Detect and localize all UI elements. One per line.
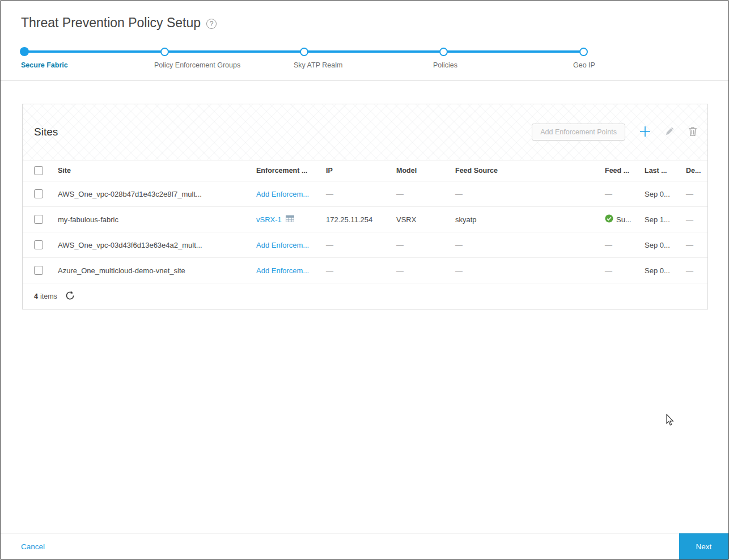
- col-ip[interactable]: IP: [320, 167, 391, 175]
- table-row: AWS_One_vpc-03d43f6d13e63e4a2_mult... Ad…: [23, 232, 707, 258]
- edit-icon: [665, 126, 675, 138]
- refresh-icon: [65, 291, 75, 302]
- refresh-button[interactable]: [65, 291, 75, 302]
- site-name: my-fabulous-fabric: [52, 215, 251, 224]
- last-updated-cell: Sep 0...: [639, 266, 680, 275]
- feed-source-cell: —: [450, 190, 599, 198]
- table-row: AWS_One_vpc-028b47d1e43c2e8f7_mult... Ad…: [23, 181, 707, 207]
- add-enforcement-points-button[interactable]: Add Enforcement Points: [532, 124, 625, 141]
- page-header: Threat Prevention Policy Setup ?: [21, 15, 217, 31]
- table-header-row: Site Enforcement ... IP Model Feed Sourc…: [23, 160, 707, 181]
- step-dot-filled: [20, 47, 29, 56]
- last-updated-cell: Sep 1...: [639, 215, 680, 224]
- table-footer: 4items: [23, 283, 707, 309]
- col-model[interactable]: Model: [391, 167, 450, 175]
- row-checkbox[interactable]: [34, 240, 43, 249]
- feed-source-cell: —: [450, 241, 599, 249]
- description-cell: —: [680, 241, 707, 249]
- ip-cell: —: [320, 266, 391, 275]
- model-cell: —: [391, 241, 450, 249]
- header-divider: [1, 80, 728, 81]
- edit-site-button[interactable]: [665, 126, 675, 138]
- last-updated-cell: Sep 0...: [639, 241, 680, 249]
- sites-panel-header: Sites Add Enforcement Points: [23, 104, 707, 160]
- site-name: AWS_One_vpc-028b47d1e43c2e8f7_mult...: [52, 190, 251, 198]
- add-enforcement-link[interactable]: Add Enforcem...: [256, 241, 309, 249]
- sites-toolbar: Add Enforcement Points: [532, 124, 697, 141]
- feed-status-cell: —: [599, 241, 639, 249]
- site-name: AWS_One_vpc-03d43f6d13e63e4a2_mult...: [52, 241, 251, 249]
- feed-status-cell: —: [599, 190, 639, 198]
- ip-cell: 172.25.11.254: [320, 215, 391, 224]
- feed-status-cell: —: [599, 266, 639, 275]
- description-cell: —: [680, 190, 707, 198]
- model-cell: VSRX: [391, 215, 450, 224]
- step-label: Policy Enforcement Groups: [154, 61, 240, 69]
- ip-cell: —: [320, 241, 391, 249]
- add-enforcement-link[interactable]: Add Enforcem...: [256, 266, 309, 275]
- wizard-stepper: Secure Fabric Policy Enforcement Groups …: [1, 46, 728, 78]
- step-label: Sky ATP Realm: [294, 61, 342, 69]
- mouse-cursor: [664, 414, 675, 429]
- description-cell: —: [680, 215, 707, 224]
- feed-source-cell: skyatp: [450, 215, 599, 224]
- last-updated-cell: Sep 0...: [639, 190, 680, 198]
- step-dot: [579, 48, 588, 56]
- item-count-label: items: [40, 292, 57, 300]
- enforcement-point-link[interactable]: vSRX-1: [256, 215, 282, 224]
- col-feed-status[interactable]: Feed ...: [599, 167, 639, 175]
- site-name: Azure_One_multicloud-demo-vnet_site: [52, 266, 251, 275]
- trash-icon: [688, 126, 697, 138]
- col-site[interactable]: Site: [52, 167, 251, 175]
- help-icon[interactable]: ?: [206, 19, 217, 29]
- add-enforcement-link[interactable]: Add Enforcem...: [256, 190, 309, 198]
- step-dot: [160, 48, 169, 56]
- device-grid-icon: [286, 215, 294, 224]
- table-row: Azure_One_multicloud-demo-vnet_site Add …: [23, 258, 707, 283]
- col-description[interactable]: De...: [680, 167, 707, 175]
- threat-prevention-setup-page: Threat Prevention Policy Setup ? Secure …: [0, 0, 729, 560]
- row-checkbox[interactable]: [34, 215, 43, 224]
- row-checkbox[interactable]: [34, 266, 43, 275]
- step-label: Secure Fabric: [21, 61, 68, 69]
- wizard-footer-bar: Cancel Next: [1, 533, 728, 559]
- sites-panel: Sites Add Enforcement Points: [22, 104, 708, 309]
- success-check-icon: [605, 214, 613, 224]
- page-title: Threat Prevention Policy Setup: [21, 15, 201, 31]
- cancel-button[interactable]: Cancel: [21, 542, 45, 551]
- add-site-button[interactable]: [639, 125, 651, 139]
- step-dot: [300, 48, 308, 56]
- description-cell: —: [680, 266, 707, 275]
- feed-status-cell: Su...: [599, 214, 639, 224]
- next-button[interactable]: Next: [679, 533, 728, 559]
- step-dot: [439, 48, 448, 56]
- select-all-checkbox[interactable]: [34, 166, 43, 175]
- feed-source-cell: —: [450, 266, 599, 275]
- col-enforcement[interactable]: Enforcement ...: [251, 167, 320, 175]
- feed-status-text: Su...: [616, 215, 631, 224]
- model-cell: —: [391, 266, 450, 275]
- step-label: Geo IP: [573, 61, 595, 69]
- ip-cell: —: [320, 190, 391, 198]
- row-checkbox[interactable]: [34, 189, 43, 198]
- item-count: 4items: [34, 292, 57, 300]
- delete-site-button[interactable]: [688, 126, 697, 138]
- col-feed-source[interactable]: Feed Source: [450, 167, 599, 175]
- step-label: Policies: [433, 61, 457, 69]
- model-cell: —: [391, 190, 450, 198]
- col-last-updated[interactable]: Last ...: [639, 167, 680, 175]
- item-count-number: 4: [34, 292, 38, 300]
- plus-icon: [639, 125, 651, 139]
- table-row: my-fabulous-fabric vSRX-1 172.25.11.254 …: [23, 207, 707, 232]
- sites-title: Sites: [34, 126, 58, 138]
